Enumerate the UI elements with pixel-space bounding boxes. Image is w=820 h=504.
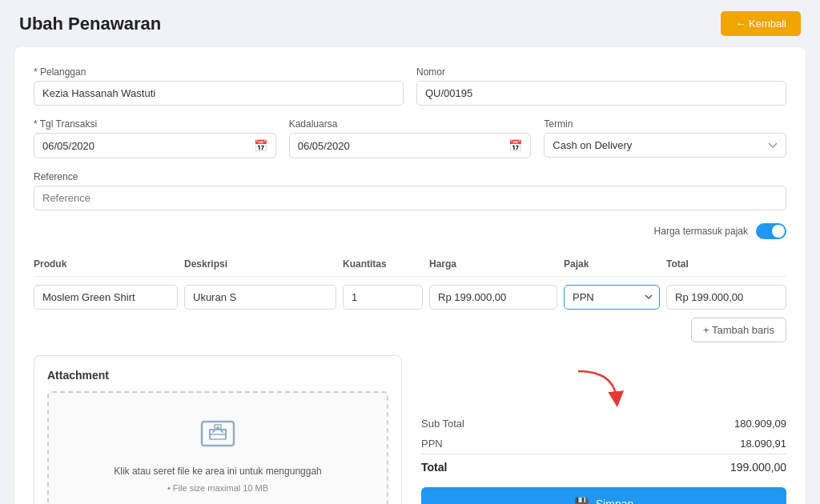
col-deskripsi: Deskripsi xyxy=(184,258,336,270)
red-arrow xyxy=(570,367,626,407)
pelanggan-input[interactable] xyxy=(34,81,404,106)
back-button[interactable]: ← Kembali xyxy=(721,11,801,36)
sub-total-row: Sub Total 180.909,09 xyxy=(421,414,786,434)
upload-area[interactable]: Klik atau seret file ke area ini untuk m… xyxy=(47,391,388,504)
kadaluarsa-input[interactable]: 06/05/2020 📅 xyxy=(289,133,532,158)
save-button-label: Simpan xyxy=(596,498,633,504)
ppn-label: PPN xyxy=(421,438,443,450)
col-harga: Harga xyxy=(429,258,557,270)
ppn-value: 18.090,91 xyxy=(740,438,786,450)
kuantitas-input[interactable] xyxy=(343,285,423,310)
tgl-transaksi-input[interactable]: 06/05/2020 📅 xyxy=(34,133,276,158)
produk-input[interactable] xyxy=(34,285,178,310)
col-kuantitas: Kuantitas xyxy=(343,258,423,270)
reference-input[interactable] xyxy=(34,186,786,210)
upload-hint: • File size maximal 10 MB xyxy=(167,483,268,493)
table-row: PPN Non PPN xyxy=(34,285,786,310)
harga-pajak-toggle[interactable] xyxy=(756,223,786,239)
bottom-section: Attachment Klik atau seret file ke area … xyxy=(34,355,786,504)
kadaluarsa-label: Kadaluarsa xyxy=(289,118,532,130)
harga-termasuk-pajak-label: Harga termasuk pajak xyxy=(654,226,748,237)
col-produk: Produk xyxy=(34,258,178,270)
sub-total-label: Sub Total xyxy=(421,418,464,430)
attachment-box: Attachment Klik atau seret file ke area … xyxy=(34,355,402,504)
pajak-select[interactable]: PPN Non PPN xyxy=(564,285,660,310)
save-icon: 💾 xyxy=(574,497,589,504)
termin-label: Termin xyxy=(544,118,786,130)
total-input[interactable] xyxy=(666,285,786,310)
attachment-title: Attachment xyxy=(47,369,388,382)
totals-section: Sub Total 180.909,09 PPN 18.090,91 Total… xyxy=(421,355,786,504)
nomor-input[interactable] xyxy=(416,81,786,106)
svg-rect-1 xyxy=(210,434,226,439)
table-header: Produk Deskripsi Kuantitas Harga Pajak T… xyxy=(34,252,786,277)
calendar-icon-kadaluarsa: 📅 xyxy=(508,139,522,152)
ppn-row: PPN 18.090,91 xyxy=(421,434,786,454)
upload-text: Klik atau seret file ke area ini untuk m… xyxy=(114,466,322,477)
sub-total-value: 180.909,09 xyxy=(734,418,786,430)
col-pajak: Pajak xyxy=(564,258,660,270)
add-row-button[interactable]: + Tambah baris xyxy=(691,318,786,342)
reference-label: Reference xyxy=(34,171,786,182)
deskripsi-input[interactable] xyxy=(184,285,336,310)
col-total: Total xyxy=(666,258,786,270)
pelanggan-label: * Pelanggan xyxy=(34,66,404,78)
main-form-card: * Pelanggan Nomor * Tgl Transaksi 06/05/… xyxy=(14,47,806,504)
totals-table: Sub Total 180.909,09 PPN 18.090,91 Total… xyxy=(421,414,786,478)
calendar-icon-tgl: 📅 xyxy=(254,139,267,152)
upload-icon xyxy=(199,417,237,456)
simpan-button[interactable]: 💾 Simpan xyxy=(421,487,786,504)
page-title: Ubah Penawaran xyxy=(19,14,161,34)
nomor-label: Nomor xyxy=(416,66,786,78)
tgl-transaksi-label: * Tgl Transaksi xyxy=(34,118,276,130)
total-label: Total xyxy=(421,461,447,474)
harga-input[interactable] xyxy=(429,285,557,310)
total-final-row: Total 199.000,00 xyxy=(421,454,786,478)
total-value: 199.000,00 xyxy=(730,461,786,474)
termin-select[interactable]: Cash on Delivery Cash Delivery Net 30 Ne… xyxy=(544,133,786,158)
